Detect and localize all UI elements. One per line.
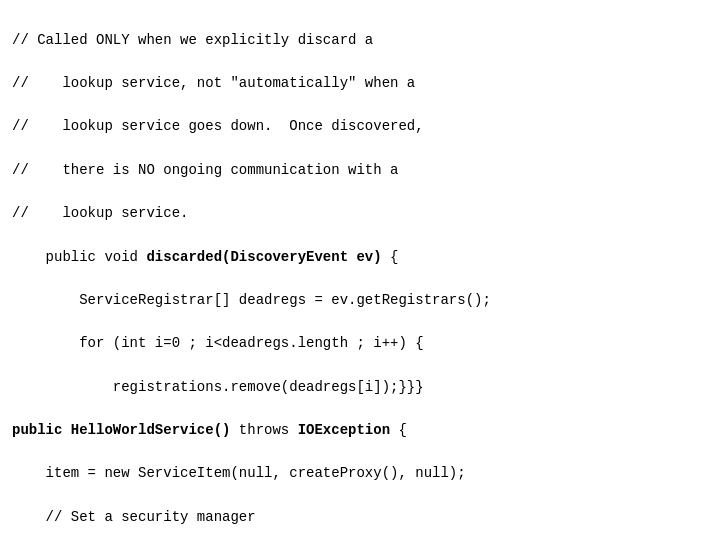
- line-5: // lookup service.: [12, 203, 708, 225]
- line-10: public HelloWorldService() throws IOExce…: [12, 420, 708, 442]
- code-container: // Called ONLY when we explicitly discar…: [12, 8, 708, 540]
- line-9: registrations.remove(deadregs[i]);}}}: [12, 377, 708, 399]
- line-1: // Called ONLY when we explicitly discar…: [12, 30, 708, 52]
- line-7: ServiceRegistrar[] deadregs = ev.getRegi…: [12, 290, 708, 312]
- line-8: for (int i=0 ; i<deadregs.length ; i++) …: [12, 333, 708, 355]
- line-4: // there is NO ongoing communication wit…: [12, 160, 708, 182]
- line-2: // lookup service, not "automatically" w…: [12, 73, 708, 95]
- line-12: // Set a security manager: [12, 507, 708, 529]
- line-3: // lookup service goes down. Once discov…: [12, 116, 708, 138]
- line-6: public void discarded(DiscoveryEvent ev)…: [12, 247, 708, 269]
- line-11: item = new ServiceItem(null, createProxy…: [12, 463, 708, 485]
